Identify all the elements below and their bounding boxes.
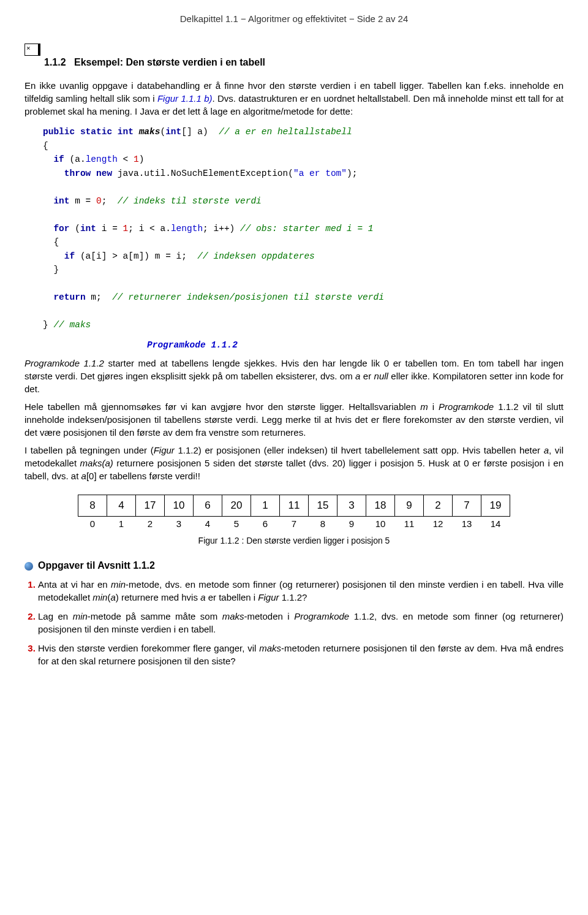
array-cell: 15 xyxy=(309,495,337,516)
paragraph-3: Hele tabellen må gjennomsøkes før vi kan… xyxy=(24,400,564,439)
task-item-3: Hvis den største verdien forekommer fler… xyxy=(38,642,564,667)
array-cell: 19 xyxy=(481,495,510,516)
array-cell: 9 xyxy=(395,495,424,516)
array-index: 14 xyxy=(481,516,510,531)
figure-caption: Figur 1.1.2 : Den største verdien ligger… xyxy=(24,535,564,547)
array-index: 12 xyxy=(424,516,453,531)
section-title-text: Eksempel: Den største verdien i en tabel… xyxy=(74,57,265,67)
figure-ref-1-1-1b: Figur 1.1.1 b) xyxy=(157,93,213,104)
array-cell: 17 xyxy=(136,495,165,516)
array-index: 4 xyxy=(194,516,222,531)
array-index: 2 xyxy=(136,516,165,531)
page-number: Side 2 av 24 xyxy=(357,13,408,24)
array-figure: 8 4 17 10 6 20 1 11 15 3 18 9 2 7 19 0 1… xyxy=(78,495,510,531)
array-cell: 2 xyxy=(424,495,453,516)
array-index: 13 xyxy=(453,516,481,531)
array-cell: 18 xyxy=(366,495,395,516)
array-index: 9 xyxy=(337,516,366,531)
bullet-icon xyxy=(24,562,33,571)
section-heading: 1.1.2 Eksempel: Den største verdien i en… xyxy=(24,44,564,74)
chapter-label: Delkapittel 1.1 xyxy=(180,13,238,24)
array-cell: 8 xyxy=(78,495,107,516)
array-index: 10 xyxy=(366,516,395,531)
task-item-1: Anta at vi har en min-metode, dvs. en me… xyxy=(38,578,564,604)
paragraph-intro: En ikke uvanlig oppgave i databehandling… xyxy=(24,79,564,118)
code-box-icon xyxy=(24,44,39,56)
array-values-row: 8 4 17 10 6 20 1 11 15 3 18 9 2 7 19 xyxy=(78,495,510,516)
array-cell: 11 xyxy=(280,495,309,516)
section-number: 1.1.2 xyxy=(44,57,66,67)
code-block-maks: public static int maks(int[] a) // a er … xyxy=(43,125,564,332)
array-index: 5 xyxy=(222,516,251,531)
task-list: Anta at vi har en min-metode, dvs. en me… xyxy=(24,578,564,667)
array-index-row: 0 1 2 3 4 5 6 7 8 9 10 11 12 13 14 xyxy=(78,516,510,531)
array-cell: 7 xyxy=(453,495,481,516)
array-index: 11 xyxy=(395,516,424,531)
array-index: 6 xyxy=(251,516,280,531)
array-cell: 10 xyxy=(165,495,194,516)
array-cell: 4 xyxy=(107,495,136,516)
code-caption: Programkode 1.1.2 xyxy=(147,339,564,351)
tasks-header-text: Oppgaver til Avsnitt 1.1.2 xyxy=(38,559,155,572)
topic-label: Algoritmer og effektivitet xyxy=(248,13,347,24)
array-index: 0 xyxy=(78,516,107,531)
array-cell: 3 xyxy=(337,495,366,516)
array-cell: 6 xyxy=(194,495,222,516)
tasks-header: Oppgaver til Avsnitt 1.1.2 xyxy=(24,559,564,572)
array-cell: 20 xyxy=(222,495,251,516)
array-index: 1 xyxy=(107,516,136,531)
array-index: 7 xyxy=(280,516,309,531)
page-header: Delkapittel 1.1 − Algoritmer og effektiv… xyxy=(24,12,564,25)
array-index: 8 xyxy=(309,516,337,531)
task-item-2: Lag en min-metode på samme måte som maks… xyxy=(38,610,564,636)
array-index: 3 xyxy=(165,516,194,531)
paragraph-4: I tabellen på tegningen under (Figur 1.1… xyxy=(24,444,564,482)
array-cell: 1 xyxy=(251,495,280,516)
paragraph-2: Programkode 1.1.2 starter med at tabelle… xyxy=(24,357,564,395)
